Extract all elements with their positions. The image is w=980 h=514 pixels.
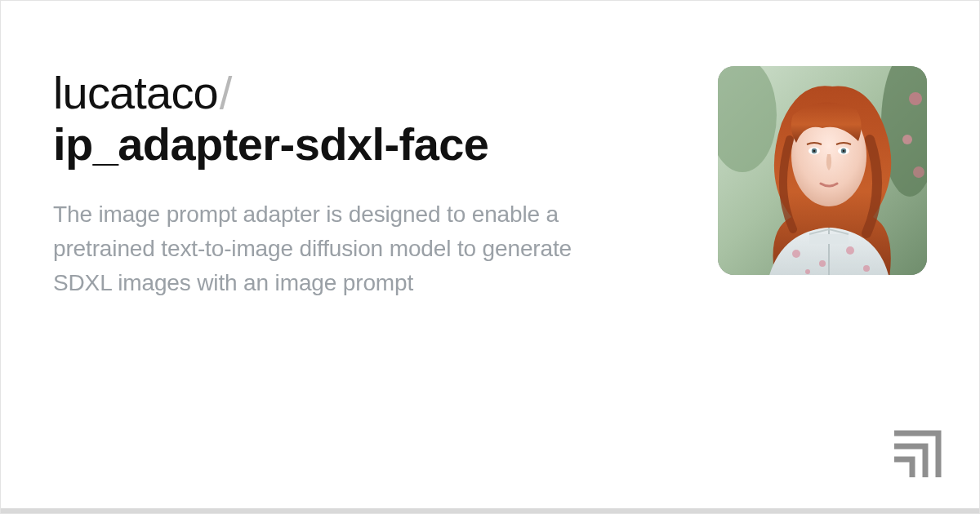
replicate-logo-icon — [886, 425, 942, 481]
owner-name[interactable]: lucataco — [53, 67, 218, 118]
svg-point-10 — [863, 265, 870, 272]
svg-point-18 — [843, 150, 845, 153]
content-row: lucataco/ ip_adapter-sdxl-face The image… — [53, 60, 927, 300]
svg-point-4 — [902, 135, 912, 144]
card-bottom-edge — [1, 508, 979, 513]
svg-point-3 — [909, 92, 922, 105]
svg-point-11 — [805, 269, 810, 274]
title-separator: / — [218, 67, 234, 118]
svg-point-9 — [846, 246, 854, 255]
text-column: lucataco/ ip_adapter-sdxl-face The image… — [53, 60, 674, 300]
model-name[interactable]: ip_adapter-sdxl-face — [53, 119, 488, 171]
model-title: lucataco/ ip_adapter-sdxl-face — [53, 68, 674, 170]
svg-rect-12 — [809, 234, 849, 244]
model-card: lucataco/ ip_adapter-sdxl-face The image… — [0, 0, 980, 514]
model-description: The image prompt adapter is designed to … — [53, 197, 608, 300]
model-preview-image — [718, 66, 927, 275]
svg-point-8 — [819, 260, 826, 267]
svg-point-17 — [813, 150, 816, 153]
svg-point-5 — [913, 166, 924, 178]
svg-point-7 — [792, 250, 800, 258]
